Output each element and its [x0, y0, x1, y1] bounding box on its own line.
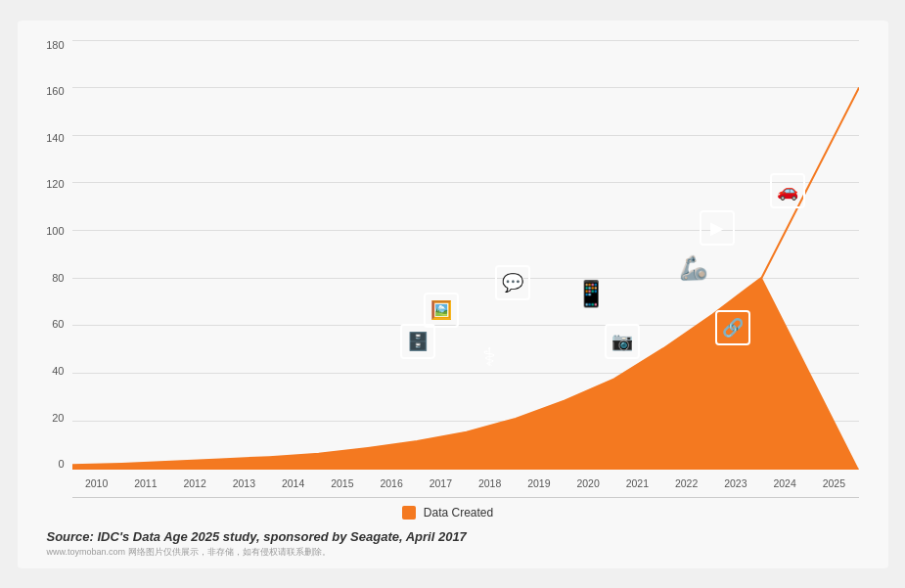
source-area: Source: IDC's Data Age 2025 study, spons…: [37, 523, 859, 559]
watermark: www.toymoban.com 网络图片仅供展示，非存储，如有侵权请联系删除。: [47, 546, 849, 559]
phone-icon: 📱: [575, 279, 607, 309]
y-label-40: 40: [52, 366, 64, 377]
y-label-60: 60: [52, 319, 64, 330]
y-label-80: 80: [52, 273, 64, 284]
svg-marker-1: [72, 277, 859, 469]
legend-color-box: [402, 506, 416, 520]
chart-container: 180 160 140 120 100 80 60 40 20 0: [18, 21, 888, 568]
x-label-2012: 2012: [170, 477, 219, 489]
camera-icon: 📷: [605, 324, 640, 359]
car-icon: 🚗: [770, 173, 805, 208]
x-label-2014: 2014: [269, 477, 318, 489]
smarthome-icon: 🔗: [715, 310, 750, 345]
y-label-160: 160: [46, 86, 64, 97]
robot-icon: 🦾: [679, 254, 708, 282]
image-icon: 🖼️: [424, 293, 459, 328]
x-label-2015: 2015: [318, 477, 367, 489]
chat-icon: 💬: [495, 265, 530, 300]
x-label-2019: 2019: [515, 477, 564, 489]
y-label-180: 180: [46, 40, 64, 51]
x-label-2021: 2021: [612, 477, 661, 489]
y-label-0: 0: [58, 459, 64, 470]
x-label-2025: 2025: [809, 477, 858, 489]
x-label-2016: 2016: [367, 477, 416, 489]
x-label-2011: 2011: [121, 477, 170, 489]
source-text: Source: IDC's Data Age 2025 study, spons…: [47, 529, 849, 544]
x-label-2017: 2017: [416, 477, 465, 489]
x-label-2018: 2018: [466, 477, 515, 489]
x-label-2022: 2022: [662, 477, 711, 489]
x-label-2010: 2010: [72, 477, 121, 489]
y-label-20: 20: [52, 413, 64, 424]
plot-area: 🗄️ 🖼️ ⚕ 💬 📱 📷 🦾: [72, 40, 859, 498]
video-icon: ▶: [700, 210, 735, 246]
storage-icon: 🗄️: [400, 324, 435, 359]
dna-icon: ⚕: [482, 342, 496, 373]
y-label-100: 100: [46, 226, 64, 237]
x-axis: 2010 2011 2012 2013 2014 2015 2016 2017 …: [72, 470, 859, 497]
x-label-2023: 2023: [711, 477, 760, 489]
y-label-120: 120: [46, 179, 64, 190]
y-axis: 180 160 140 120 100 80 60 40 20 0: [37, 40, 72, 498]
x-label-2020: 2020: [564, 477, 612, 489]
area-chart: [72, 40, 859, 470]
x-label-2013: 2013: [219, 477, 268, 489]
x-label-2024: 2024: [760, 477, 809, 489]
y-label-140: 140: [46, 133, 64, 144]
legend-label: Data Created: [424, 506, 493, 520]
legend: Data Created: [37, 498, 859, 523]
chart-area: 180 160 140 120 100 80 60 40 20 0: [37, 40, 859, 498]
